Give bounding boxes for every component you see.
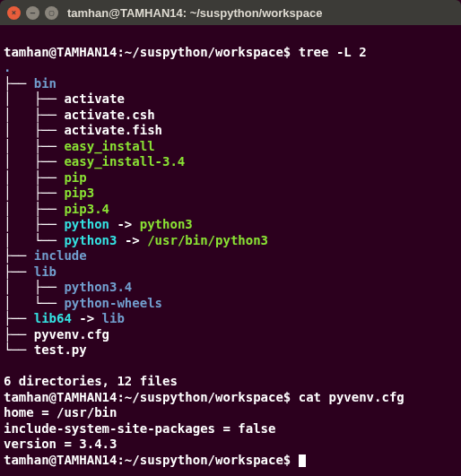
tree-branch: ├──: [4, 76, 34, 91]
file-activate: activate: [64, 91, 124, 106]
cfg-include-site: include-system-site-packages = false: [4, 421, 275, 436]
link-lib64: lib64: [34, 311, 72, 325]
close-icon[interactable]: ×: [7, 6, 21, 20]
dir-python34: python3.4: [64, 280, 132, 294]
tree-branch: │ └──: [4, 233, 64, 247]
minimize-icon[interactable]: –: [26, 6, 39, 20]
window-title: tamhan@TAMHAN14: ~/suspython/workspace: [67, 6, 322, 20]
tree-branch: │ ├──: [4, 280, 64, 294]
link-target-lib: lib: [102, 311, 125, 325]
file-easy-install-34: easy_install-3.4: [64, 154, 185, 169]
tree-branch: │ ├──: [4, 186, 64, 200]
prompt: tamhan@TAMHAN14:~/suspython/workspace$: [4, 45, 291, 59]
window-controls: × – ▢: [7, 6, 58, 20]
dir-bin: bin: [34, 76, 57, 91]
command-tree: tree -L 2: [299, 45, 367, 59]
file-easy-install: easy_install: [64, 139, 154, 153]
file-activate-fish: activate.fish: [64, 123, 162, 137]
file-pip: pip: [64, 170, 86, 185]
prompt: tamhan@TAMHAN14:~/suspython/workspace$: [4, 390, 291, 404]
tree-root: .: [4, 60, 11, 74]
tree-branch: │ ├──: [4, 154, 64, 169]
arrow: ->: [109, 217, 140, 231]
file-test-py: test.py: [34, 342, 87, 357]
tree-branch: │ ├──: [4, 139, 64, 153]
tree-branch: │ └──: [4, 296, 64, 310]
maximize-icon[interactable]: ▢: [45, 6, 58, 20]
tree-branch: └──: [4, 342, 34, 357]
titlebar: × – ▢ tamhan@TAMHAN14: ~/suspython/works…: [0, 0, 461, 25]
tree-summary: 6 directories, 12 files: [4, 374, 178, 388]
link-target-usrbin-python3: /usr/bin/python3: [147, 233, 268, 247]
tree-branch: ├──: [4, 311, 34, 325]
cfg-home: home = /usr/bin: [4, 405, 117, 420]
tree-branch: ├──: [4, 264, 34, 279]
tree-branch: ├──: [4, 248, 34, 263]
link-target-python3: python3: [140, 217, 193, 231]
file-pyvenv-cfg: pyvenv.cfg: [34, 327, 109, 342]
tree-branch: ├──: [4, 327, 34, 342]
prompt: tamhan@TAMHAN14:~/suspython/workspace$: [4, 453, 291, 467]
tree-branch: │ ├──: [4, 170, 64, 185]
file-pip3: pip3: [64, 186, 94, 200]
arrow: ->: [117, 233, 147, 247]
tree-branch: │ ├──: [4, 123, 64, 137]
cursor: [299, 454, 306, 467]
command-cat: cat pyvenv.cfg: [299, 390, 404, 404]
tree-branch: │ ├──: [4, 108, 64, 122]
dir-python-wheels: python-wheels: [64, 296, 162, 310]
terminal-body[interactable]: tamhan@TAMHAN14:~/suspython/workspace$ t…: [0, 25, 461, 472]
link-python: python: [64, 217, 109, 231]
tree-branch: │ ├──: [4, 217, 64, 231]
dir-lib: lib: [34, 264, 57, 279]
arrow: ->: [72, 311, 102, 325]
cfg-version: version = 3.4.3: [4, 437, 117, 451]
dir-include: include: [34, 248, 87, 263]
link-python3: python3: [64, 233, 117, 247]
file-activate-csh: activate.csh: [64, 108, 154, 122]
tree-branch: │ ├──: [4, 202, 64, 216]
file-pip34: pip3.4: [64, 202, 109, 216]
tree-branch: │ ├──: [4, 91, 64, 106]
